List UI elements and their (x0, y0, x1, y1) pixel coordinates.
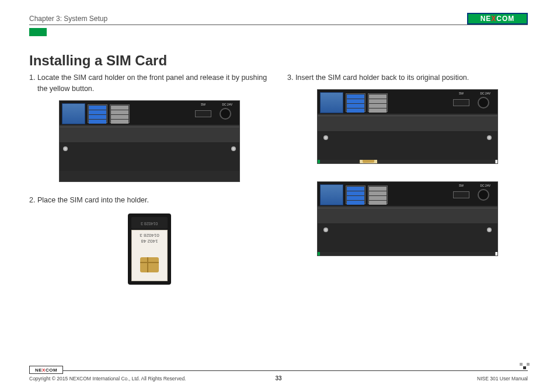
sim-card-icon: 1402 48 014028 3 (131, 230, 168, 281)
header-rule (29, 24, 528, 25)
chapter-label: Chapter 3: System Setup (29, 15, 107, 23)
panel-top-row: SW DC 24V (60, 101, 239, 127)
panel-mid-row: CFast (60, 127, 239, 143)
screw-icon (487, 228, 492, 232)
panel-bottom-row (318, 224, 497, 252)
footer-logo-post: COM (46, 368, 57, 373)
copyright-text: Copyright © 2015 NEXCOM International Co… (29, 376, 186, 382)
two-column-layout: 1. Locate the SIM card holder on the fro… (29, 72, 528, 285)
ethernet-port-icon (62, 103, 85, 124)
sim-card-text: 1402 48 014028 3 (132, 233, 167, 244)
page-footer: NEXCOM Copyright © 2015 NEXCOM Internati… (29, 366, 528, 382)
doc-title-footer: NISE 301 User Manual (477, 376, 528, 382)
brand-logo: NEXCOM (467, 13, 528, 24)
panel-bottom-row (318, 132, 497, 160)
screw-icon (323, 135, 328, 140)
screw-icon (323, 228, 328, 232)
usb-stack-blue-icon (346, 93, 365, 112)
footer-logo: NEXCOM (29, 366, 63, 374)
sw-switch-icon (453, 191, 469, 198)
logo-x: X (491, 15, 496, 23)
sim-card-text-line1: 1402 48 (141, 239, 158, 244)
panel-top-row: SW DC 24V (318, 182, 497, 208)
panel-mid-row: CFast SIM (318, 208, 497, 224)
sim-holder-top-edge: 014028 3 (131, 217, 168, 229)
figure-step1: SW DC 24V CFast (29, 100, 270, 182)
screw-icon (487, 135, 492, 140)
dc-jack-icon (478, 97, 489, 108)
content-area: Installing a SIM Card 1. Locate the SIM … (29, 52, 528, 360)
usb-stack-silver-icon (368, 93, 388, 112)
device-panel-photo-1: SW DC 24V CFast (59, 100, 240, 182)
dc-port-label: DC 24V (480, 92, 490, 96)
usb-stack-silver-icon (368, 186, 388, 204)
usb-stack-blue-icon (346, 186, 365, 204)
figure-step2: 014028 3 1402 48 014028 3 (29, 214, 270, 285)
device-panel-photo-2: SW DC 24V 1402 48 CFast (317, 89, 498, 164)
figure-step3b: SW DC 24V CFast SIM (287, 181, 528, 256)
footer-left-block: NEXCOM Copyright © 2015 NEXCOM Internati… (29, 366, 186, 382)
dc-jack-icon (478, 189, 489, 201)
figure-step3a: SW DC 24V 1402 48 CFast (287, 89, 528, 164)
device-panel-photo-3: SW DC 24V CFast SIM (317, 181, 498, 256)
panel-bottom-row (60, 143, 239, 171)
right-column: 3. Insert the SIM card holder back to it… (287, 72, 528, 285)
sim-holder-photo: 014028 3 1402 48 014028 3 (128, 214, 171, 285)
logo-post: COM (496, 15, 514, 23)
brand-logo-text: NEXCOM (481, 15, 515, 23)
sw-switch-icon (453, 99, 469, 106)
dc-port-label: DC 24V (480, 184, 490, 188)
footer-logo-pre: NE (35, 368, 42, 373)
sw-port-label: SW (459, 184, 464, 188)
dc-port-label: DC 24V (222, 103, 232, 107)
sim-holder-text-2: 014028 3 (141, 220, 158, 226)
ethernet-port-icon (320, 184, 343, 205)
sw-switch-icon (195, 110, 211, 117)
sim-card-text-line2: 014028 3 (140, 233, 159, 239)
step-1-text: 1. Locate the SIM card holder on the fro… (29, 72, 270, 94)
step-2-text: 2. Place the SIM card into the holder. (29, 195, 270, 206)
usb-stack-blue-icon (88, 104, 107, 123)
dc-jack-icon (220, 108, 231, 120)
panel-mid-row: 1402 48 CFast (318, 116, 497, 132)
left-column: 1. Locate the SIM card holder on the fro… (29, 72, 270, 285)
sw-port-label: SW (459, 92, 464, 96)
page: Chapter 3: System Setup NEXCOM Installin… (0, 0, 557, 392)
page-title: Installing a SIM Card (29, 52, 528, 69)
step-3-text: 3. Insert the SIM card holder back to it… (287, 72, 528, 83)
ethernet-port-icon (320, 92, 343, 113)
screw-icon (63, 146, 68, 151)
usb-stack-silver-icon (110, 104, 130, 123)
sim-chip-icon (140, 257, 159, 272)
sw-port-label: SW (201, 103, 206, 107)
panel-top-row: SW DC 24V (318, 90, 497, 116)
screw-icon (231, 146, 236, 151)
logo-pre: NE (481, 15, 492, 23)
page-header: Chapter 3: System Setup NEXCOM (29, 13, 528, 24)
green-tab-marker (29, 28, 47, 36)
page-number: 33 (275, 375, 281, 382)
